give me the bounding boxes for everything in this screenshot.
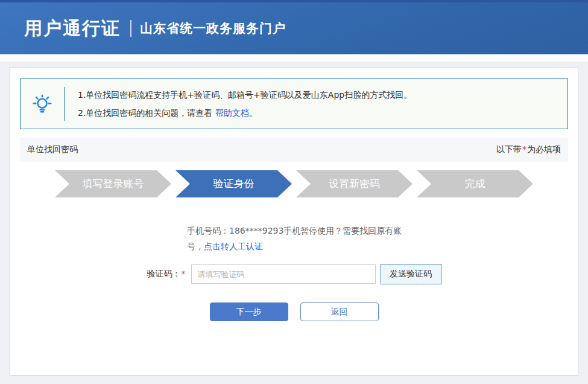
header-bottom-strip <box>0 54 588 62</box>
code-label-text: 验证码： <box>147 269 181 278</box>
required-note-suffix: 为必填项 <box>527 144 561 154</box>
required-note: 以下带*为必填项 <box>496 144 561 155</box>
step-fill-account: 填写登录账号 <box>55 170 171 197</box>
notice-text: 1.单位找回密码流程支持手机+验证码、邮箱号+验证码以及爱山东App扫脸的方式找… <box>65 86 412 122</box>
main-panel: 1.单位找回密码流程支持手机+验证码、邮箱号+验证码以及爱山东App扫脸的方式找… <box>10 68 578 376</box>
section-title: 单位找回密码 <box>27 144 78 155</box>
next-step-button[interactable]: 下一步 <box>210 302 288 321</box>
page-title: 用户通行证 <box>24 16 121 41</box>
notice-line-2-period: 。 <box>249 108 258 118</box>
step-set-new-password: 设置新密码 <box>296 170 413 197</box>
step-wizard: 填写登录账号 验证身份 设置新密码 完成 <box>55 170 533 197</box>
required-note-prefix: 以下带 <box>496 144 522 154</box>
notice-line-1: 1.单位找回密码流程支持手机+验证码、邮箱号+验证码以及爱山东App扫脸的方式找… <box>78 86 412 104</box>
code-label: 验证码：* <box>147 269 186 280</box>
phone-info: 手机号码：186****9293手机暂停使用？需要找回原有账号，点击转人工认证 <box>187 223 415 254</box>
step-verify-identity: 验证身份 <box>175 170 292 197</box>
required-star: * <box>522 144 527 154</box>
code-form-row: 验证码：* 发送验证码 <box>20 264 568 284</box>
app-header: 用户通行证 山东省统一政务服务门户 <box>0 2 588 54</box>
manual-verify-link[interactable]: 点击转人工认证 <box>204 242 263 251</box>
back-button[interactable]: 返回 <box>300 302 379 321</box>
notice-line-2-text: 2.单位找回密码的相关问题，请查看 <box>78 108 215 118</box>
notice-box: 1.单位找回密码流程支持手机+验证码、邮箱号+验证码以及爱山东App扫脸的方式找… <box>20 78 568 129</box>
send-code-button[interactable]: 发送验证码 <box>381 264 441 284</box>
code-input[interactable] <box>191 264 376 284</box>
help-doc-link[interactable]: 帮助文档 <box>215 108 249 118</box>
code-required-star: * <box>181 269 186 278</box>
title-divider <box>130 20 131 37</box>
action-buttons: 下一步 返回 <box>20 302 568 321</box>
step-complete: 完成 <box>417 170 533 197</box>
notice-line-2: 2.单位找回密码的相关问题，请查看 帮助文档。 <box>78 104 412 122</box>
lightbulb-icon <box>21 92 64 116</box>
section-header-bar: 单位找回密码 以下带*为必填项 <box>20 138 568 162</box>
portal-subtitle: 山东省统一政务服务门户 <box>140 20 286 37</box>
